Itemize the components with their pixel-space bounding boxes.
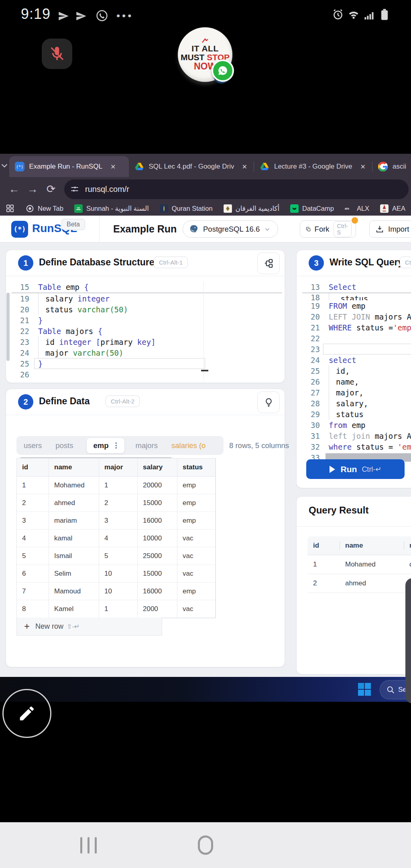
mic-muted-button[interactable]: [42, 39, 72, 69]
cell[interactable]: 8: [17, 600, 49, 618]
cell[interactable]: 2000: [138, 600, 177, 618]
kebab-menu-icon[interactable]: ⋮: [113, 441, 120, 450]
cell[interactable]: Selim: [49, 565, 99, 583]
cell[interactable]: 1: [99, 600, 138, 618]
cell[interactable]: mariam: [49, 512, 99, 530]
indent-guide: [38, 304, 45, 315]
cell[interactable]: 15000: [138, 494, 177, 512]
cell[interactable]: 2: [17, 494, 49, 512]
bookmark-item[interactable]: Sunnah - السنة النبوية: [74, 204, 149, 213]
table-tab-emp[interactable]: emp⋮: [87, 438, 124, 453]
cell[interactable]: 4: [99, 530, 138, 547]
bookmark-item[interactable]: أكاديمية الفرقان: [224, 204, 279, 213]
cell[interactable]: emp: [177, 583, 216, 600]
cell[interactable]: 5: [17, 547, 49, 565]
table-tab-users[interactable]: users: [24, 441, 42, 450]
bookmark-item[interactable]: alxALX: [345, 204, 369, 213]
cell[interactable]: 2: [99, 494, 138, 512]
cell[interactable]: emp: [177, 494, 216, 512]
import-label: Import: [388, 225, 409, 234]
cell[interactable]: emp: [177, 512, 216, 530]
cell[interactable]: 10000: [138, 530, 177, 547]
cell[interactable]: 3: [99, 512, 138, 530]
cell[interactable]: 1: [99, 477, 138, 494]
divider: [297, 526, 411, 527]
close-icon[interactable]: ✕: [240, 162, 249, 171]
cell[interactable]: 15000: [138, 565, 177, 583]
table-tab-posts[interactable]: posts: [55, 441, 73, 450]
cell[interactable]: Kamel: [49, 600, 99, 618]
fork-button[interactable]: Fork Ctrl-S: [300, 220, 356, 238]
close-icon[interactable]: ✕: [109, 162, 117, 171]
cell[interactable]: 6: [17, 565, 49, 583]
line-number: 25: [6, 359, 38, 368]
code-line: 24major varchar(50): [6, 347, 285, 358]
browser-tab[interactable]: (*)Example Run - RunSQL✕: [9, 156, 129, 177]
runsql-logo-icon[interactable]: (*): [11, 221, 28, 238]
browser-tab[interactable]: Lecture #3 - Google Drive✕: [254, 156, 372, 177]
recents-button[interactable]: [80, 837, 97, 854]
editor-scrollbar[interactable]: [6, 293, 10, 361]
query-editor[interactable]: 13Select18,status19FROM emp20LEFT JOIN m…: [297, 276, 411, 463]
cell[interactable]: 5: [99, 547, 138, 565]
table-row: 7Mamoud1016000emp: [17, 583, 216, 600]
cell[interactable]: 20000: [138, 477, 177, 494]
edge-scroll-handle[interactable]: [405, 578, 411, 703]
cell[interactable]: Mohamed: [49, 477, 99, 494]
page-title: Example Run: [113, 223, 177, 235]
import-button[interactable]: Import: [369, 220, 411, 238]
code-line: 23: [297, 344, 411, 355]
browser-tab[interactable]: SQL Lec 4.pdf - Google Drive✕: [129, 156, 254, 177]
apps-grid-icon[interactable]: [6, 204, 14, 213]
cell[interactable]: 16000: [138, 583, 177, 600]
cell[interactable]: vac: [177, 530, 216, 547]
url-field[interactable]: runsql.com/r: [64, 179, 409, 199]
close-icon[interactable]: ✕: [359, 162, 367, 171]
cell[interactable]: 25000: [138, 547, 177, 565]
browser-tab[interactable]: ascii: [372, 156, 411, 177]
cell[interactable]: 10: [99, 583, 138, 600]
cell[interactable]: 16000: [138, 512, 177, 530]
site-settings-icon[interactable]: [70, 184, 79, 194]
horizontal-scrollbar[interactable]: [201, 370, 208, 371]
runsql-page: (*) RunSQL Beta Example Run PostgreSQL 1…: [0, 216, 411, 677]
bookmark-item[interactable]: Quran Station: [160, 204, 213, 213]
forward-button[interactable]: →: [23, 183, 42, 196]
bookmark-item[interactable]: New Tab: [26, 204, 63, 213]
indent-guide: [38, 293, 45, 304]
bookmark-item[interactable]: DataCamp: [290, 204, 334, 213]
indent-guide: [38, 336, 45, 347]
cell[interactable]: vac: [177, 565, 216, 583]
table-tab-salaries[interactable]: salaries (o: [171, 441, 206, 450]
bookmark-item[interactable]: AEA: [380, 204, 405, 213]
cell[interactable]: 3: [17, 512, 49, 530]
new-row-button[interactable]: + New row ⇧-↵: [16, 617, 162, 636]
cell[interactable]: vac: [177, 600, 216, 618]
cell[interactable]: 1: [17, 477, 49, 494]
back-button[interactable]: ←: [5, 183, 23, 196]
cell[interactable]: 4: [17, 530, 49, 547]
schema-diagram-button[interactable]: [257, 253, 280, 274]
table-tab-majors[interactable]: majors: [136, 441, 158, 450]
run-button[interactable]: Run Ctrl-↵: [306, 459, 405, 479]
whatsapp-bubble-badge[interactable]: [212, 59, 234, 82]
cell[interactable]: 10: [99, 565, 138, 583]
cell[interactable]: Ismail: [49, 547, 99, 565]
structure-editor[interactable]: 15Table emp {19salary integer20status va…: [6, 276, 285, 380]
cell: ahmed: [340, 574, 404, 593]
cell[interactable]: 7: [17, 583, 49, 600]
alx-icon: alx: [345, 204, 353, 213]
table-row: 2ahmeddata: [307, 574, 411, 593]
cell[interactable]: ahmed: [49, 494, 99, 512]
cell[interactable]: vac: [177, 547, 216, 565]
reload-button[interactable]: ⟳: [42, 183, 60, 196]
cell[interactable]: emp: [177, 477, 216, 494]
cell[interactable]: Mamoud: [49, 583, 99, 600]
tab-list-chevron-button[interactable]: [0, 154, 9, 177]
cell[interactable]: kamal: [49, 530, 99, 547]
database-select[interactable]: PostgreSQL 16.6: [183, 220, 278, 238]
windows-start-icon[interactable]: [358, 683, 371, 696]
hint-button[interactable]: [257, 391, 280, 413]
edit-fab-button[interactable]: [2, 689, 51, 738]
home-button[interactable]: [198, 835, 213, 855]
